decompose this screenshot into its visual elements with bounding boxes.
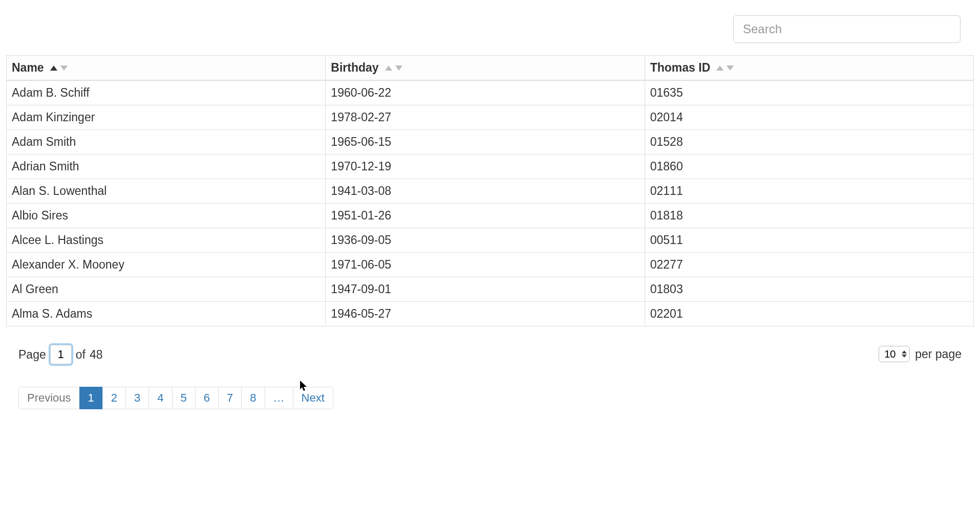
column-header-thomas-id[interactable]: Thomas ID: [645, 56, 973, 81]
cell-name: Adam B. Schiff: [7, 80, 326, 105]
top-bar: [6, 15, 974, 43]
of-label: of: [76, 348, 86, 362]
next-button[interactable]: Next: [293, 387, 333, 409]
sort-arrows: [50, 65, 68, 71]
cell-birthday: 1965-06-15: [326, 130, 645, 154]
cell-name: Adam Smith: [7, 130, 326, 154]
column-label: Thomas ID: [650, 61, 711, 75]
table-row: Al Green 1947-09-01 01803: [7, 277, 974, 302]
cell-name: Alma S. Adams: [7, 302, 326, 326]
page-button-7[interactable]: 7: [218, 387, 242, 409]
page-button-6[interactable]: 6: [195, 387, 219, 409]
data-table: Name Birthday: [6, 55, 974, 326]
cell-name: Alcee L. Hastings: [7, 228, 326, 253]
cell-birthday: 1947-09-01: [326, 277, 645, 302]
total-pages: 48: [90, 348, 103, 362]
page-button-3[interactable]: 3: [125, 387, 149, 409]
cell-name: Adrian Smith: [7, 154, 326, 179]
column-header-name[interactable]: Name: [7, 56, 326, 81]
cell-birthday: 1978-02-27: [326, 105, 645, 130]
page-button-5[interactable]: 5: [172, 387, 196, 409]
table-row: Adam Kinzinger 1978-02-27 02014: [7, 105, 974, 130]
per-page-suffix: per page: [915, 347, 962, 361]
page-button-2[interactable]: 2: [102, 387, 126, 409]
table-body: Adam B. Schiff 1960-06-22 01635 Adam Kin…: [7, 80, 974, 326]
cell-birthday: 1970-12-19: [326, 154, 645, 179]
cell-thomas-id: 01635: [645, 80, 973, 105]
cell-name: Albio Sires: [7, 204, 326, 228]
page-button-8[interactable]: 8: [241, 387, 265, 409]
footer-left: Page of 48 Previous 1 2 3 4 5 6 7 8 … Ne…: [18, 345, 333, 409]
cell-birthday: 1946-05-27: [326, 302, 645, 326]
page-root: Name Birthday: [0, 0, 980, 430]
page-button-1[interactable]: 1: [79, 387, 103, 409]
table-row: Alma S. Adams 1946-05-27 02201: [7, 302, 974, 326]
cell-thomas-id: 01803: [645, 277, 973, 302]
sort-asc-icon[interactable]: [385, 65, 392, 71]
sort-arrows: [385, 65, 402, 71]
cell-name: Alexander X. Mooney: [7, 253, 326, 277]
sort-desc-icon[interactable]: [727, 65, 734, 71]
sort-asc-icon[interactable]: [716, 65, 723, 71]
column-label: Birthday: [331, 61, 378, 75]
prev-button[interactable]: Previous: [18, 387, 80, 409]
cell-birthday: 1936-09-05: [326, 228, 645, 253]
search-input[interactable]: [733, 15, 961, 43]
page-ellipsis: …: [265, 387, 293, 409]
table-row: Alcee L. Hastings 1936-09-05 00511: [7, 228, 974, 253]
table-row: Alan S. Lowenthal 1941-03-08 02111: [7, 179, 974, 204]
per-page-select[interactable]: 10: [879, 346, 910, 362]
page-button-4[interactable]: 4: [148, 387, 172, 409]
cell-thomas-id: 02111: [645, 179, 973, 204]
cell-thomas-id: 01528: [645, 130, 973, 154]
sort-desc-icon[interactable]: [60, 65, 68, 71]
current-page-input[interactable]: [50, 345, 72, 364]
cell-birthday: 1941-03-08: [326, 179, 645, 204]
cell-name: Alan S. Lowenthal: [7, 179, 326, 204]
cell-name: Adam Kinzinger: [7, 105, 326, 130]
cell-thomas-id: 01818: [645, 204, 973, 228]
table-row: Adrian Smith 1970-12-19 01860: [7, 154, 974, 179]
column-header-birthday[interactable]: Birthday: [326, 56, 645, 81]
table-header-row: Name Birthday: [7, 56, 974, 81]
table-row: Alexander X. Mooney 1971-06-05 02277: [7, 253, 974, 277]
cell-thomas-id: 01860: [645, 154, 973, 179]
table-footer: Page of 48 Previous 1 2 3 4 5 6 7 8 … Ne…: [6, 345, 974, 409]
cell-birthday: 1960-06-22: [326, 80, 645, 105]
cell-thomas-id: 02277: [645, 253, 973, 277]
page-label: Page: [18, 348, 46, 362]
cell-birthday: 1951-01-26: [326, 204, 645, 228]
table-row: Adam B. Schiff 1960-06-22 01635: [7, 80, 974, 105]
cell-birthday: 1971-06-05: [326, 253, 645, 277]
cell-thomas-id: 02014: [645, 105, 973, 130]
pagination: Previous 1 2 3 4 5 6 7 8 … Next: [18, 387, 333, 409]
table-row: Adam Smith 1965-06-15 01528: [7, 130, 974, 154]
column-label: Name: [12, 61, 44, 75]
sort-arrows: [716, 65, 734, 71]
sort-desc-icon[interactable]: [395, 65, 402, 71]
per-page-control: 10 per page: [879, 346, 962, 362]
cell-thomas-id: 02201: [645, 302, 973, 326]
cell-name: Al Green: [7, 277, 326, 302]
sort-asc-icon[interactable]: [50, 65, 57, 71]
cell-thomas-id: 00511: [645, 228, 973, 253]
page-indicator: Page of 48: [18, 345, 333, 364]
table-row: Albio Sires 1951-01-26 01818: [7, 204, 974, 228]
